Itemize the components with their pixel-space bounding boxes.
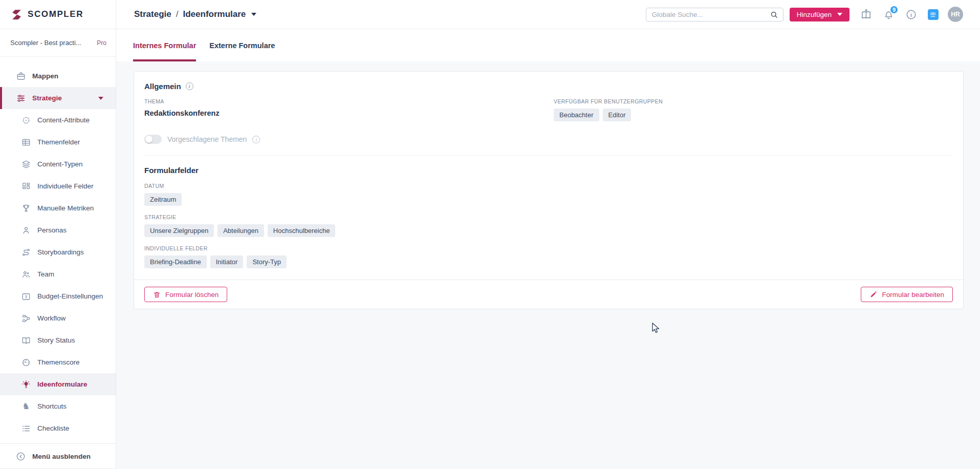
info-icon[interactable]: i	[252, 136, 260, 143]
sidebar-item-checkliste[interactable]: Checkliste	[0, 417, 116, 439]
breadcrumb-current: Ideenformulare	[183, 9, 246, 19]
individuelle-felder-label: INDIVIDUELLE FELDER	[144, 245, 953, 251]
sidebar-item-storyboardings[interactable]: Storyboardings	[0, 241, 116, 263]
thema-block: THEMA Redaktionskonferenz	[144, 98, 554, 121]
edit-form-button[interactable]: Formular bearbeiten	[861, 287, 953, 302]
plan-badge: Pro	[97, 39, 106, 47]
sidebar-nav: Mappen Strategie Content-Attribute	[0, 57, 116, 439]
info-icon[interactable]: i	[186, 82, 193, 90]
sidebar-item-shortcuts[interactable]: ♞ Shortcuts	[0, 395, 116, 417]
strategie-label: STRATEGIE	[144, 214, 953, 220]
chevron-down-icon	[837, 13, 842, 16]
formularfeld-tag: Hochschulbereiche	[268, 224, 336, 237]
search-input[interactable]	[652, 11, 770, 18]
toggle-label: Vorgeschlagene Themen	[167, 135, 247, 143]
sidebar-item-budget-einstellungen[interactable]: $ Budget-Einstellungen	[0, 285, 116, 307]
tab-externe-formulare[interactable]: Externe Formulare	[209, 29, 275, 61]
formularfeld-tag: Story-Typ	[247, 255, 287, 268]
info-circle-icon[interactable]	[905, 9, 917, 20]
delete-form-label: Formular löschen	[165, 291, 219, 299]
benutzergruppe-tag: Beobachter	[554, 109, 599, 121]
sidebar-item-personas[interactable]: Personas	[0, 219, 116, 241]
card-footer: Formular löschen Formular bearbeiten	[134, 280, 963, 309]
datum-block: DATUM Zeitraum	[144, 183, 953, 206]
edit-form-label: Formular bearbeiten	[882, 291, 944, 299]
pencil-icon	[869, 291, 877, 299]
arrow-left-circle-icon	[16, 452, 26, 461]
user-icon	[21, 225, 31, 235]
book-open-icon	[21, 335, 31, 345]
strategie-block: STRATEGIE Unsere Zielgruppen Abteilungen…	[144, 214, 953, 237]
sidebar-item-strategie[interactable]: Strategie	[0, 87, 116, 109]
academy-book-icon[interactable]	[860, 9, 872, 20]
checklist-icon	[21, 423, 31, 433]
form-card: Allgemein i THEMA Redaktionskonferenz VE…	[134, 71, 964, 309]
delete-form-button[interactable]: Formular löschen	[144, 287, 227, 302]
chess-knight-icon: ♞	[21, 401, 31, 411]
tab-internes-formular[interactable]: Internes Formular	[133, 29, 196, 61]
sidebar-item-mappen[interactable]: Mappen	[0, 65, 116, 87]
intercom-chat-icon[interactable]	[928, 9, 939, 20]
formularfeld-tag: Zeitraum	[144, 193, 182, 206]
app-logo-text: SCOMPLER	[28, 9, 83, 19]
avatar[interactable]: HR	[948, 7, 963, 22]
route-icon	[21, 247, 31, 257]
top-bar: Strategie / Ideenformulare Hinzufügen	[116, 0, 980, 29]
sidebar-item-themenfelder[interactable]: Themenfelder	[0, 131, 116, 153]
formularfeld-tag: Briefing-Deadline	[144, 255, 207, 268]
breadcrumb-parent: Strategie	[134, 9, 171, 19]
trash-icon	[153, 291, 161, 299]
section-divider	[144, 155, 953, 156]
benutzergruppen-label: VERFÜGBAR FÜR BENUTZERGRUPPEN	[554, 98, 953, 104]
sidebar: SCOMPLER Scompler - Best practi... Pro M…	[0, 0, 116, 469]
wallet-icon: $	[21, 291, 31, 301]
section-allgemein-title-row: Allgemein i	[144, 82, 953, 91]
gauge-icon	[21, 357, 31, 367]
sidebar-item-manuelle-metriken[interactable]: Manuelle Metriken	[0, 197, 116, 219]
scompler-logo-icon	[10, 8, 23, 21]
notifications-bell-icon[interactable]: 9	[883, 9, 895, 20]
workflow-icon	[21, 313, 31, 323]
users-icon	[21, 269, 31, 279]
main-area: Strategie / Ideenformulare Hinzufügen	[116, 0, 980, 309]
formularfeld-tag: Unsere Zielgruppen	[144, 224, 214, 237]
collapse-menu-button[interactable]: Menü ausblenden	[0, 443, 116, 469]
sidebar-item-content-typen[interactable]: Content-Typen	[0, 153, 116, 175]
top-bar-actions: Hinzufügen 9	[646, 7, 963, 22]
layers-icon	[21, 159, 31, 169]
sidebar-item-story-status[interactable]: Story Status	[0, 329, 116, 351]
sliders-icon	[16, 93, 26, 103]
breadcrumb[interactable]: Strategie / Ideenformulare	[134, 9, 256, 19]
notification-badge: 9	[889, 5, 899, 14]
section-title: Allgemein	[144, 82, 181, 91]
workspace-name: Scompler - Best practi...	[10, 39, 97, 47]
thema-label: THEMA	[144, 98, 554, 104]
sidebar-item-workflow[interactable]: Workflow	[0, 307, 116, 329]
content-area: Allgemein i THEMA Redaktionskonferenz VE…	[116, 61, 980, 309]
lightbulb-icon	[21, 379, 31, 389]
sidebar-item-themenscore[interactable]: Themenscore	[0, 351, 116, 373]
briefcase-icon	[16, 71, 26, 81]
formularfeld-tag: Abteilungen	[217, 224, 264, 237]
tab-bar: Internes Formular Externe Formulare	[116, 29, 980, 61]
section-formularfelder-title-row: Formularfelder	[144, 166, 953, 175]
app-logo[interactable]: SCOMPLER	[0, 0, 116, 29]
sidebar-item-content-attribute[interactable]: Content-Attribute	[0, 109, 116, 131]
section-title: Formularfelder	[144, 166, 199, 175]
trophy-icon	[21, 203, 31, 213]
collapse-menu-label: Menü ausblenden	[32, 453, 91, 460]
add-button[interactable]: Hinzufügen	[790, 8, 850, 22]
datum-label: DATUM	[144, 183, 953, 189]
sidebar-item-team[interactable]: Team	[0, 263, 116, 285]
individuelle-felder-block: INDIVIDUELLE FELDER Briefing-Deadline In…	[144, 245, 953, 268]
benutzergruppen-block: VERFÜGBAR FÜR BENUTZERGRUPPEN Beobachter…	[554, 98, 953, 121]
vorgeschlagene-themen-toggle[interactable]	[144, 135, 162, 144]
mouse-cursor	[651, 323, 661, 334]
sidebar-item-ideenformulare[interactable]: Ideenformulare	[0, 373, 116, 395]
vorgeschlagene-themen-row: Vorgeschlagene Themen i	[144, 135, 953, 144]
global-search	[646, 8, 783, 22]
add-button-label: Hinzufügen	[797, 11, 832, 18]
workspace-selector[interactable]: Scompler - Best practi... Pro	[0, 29, 116, 57]
sidebar-item-individuelle-felder[interactable]: Individuelle Felder	[0, 175, 116, 197]
search-icon[interactable]	[770, 10, 778, 19]
